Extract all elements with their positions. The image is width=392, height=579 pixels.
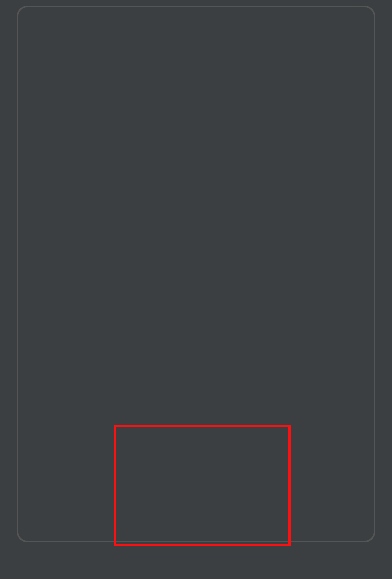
file-tree-panel — [17, 6, 375, 542]
file-tree[interactable] — [18, 9, 374, 11]
